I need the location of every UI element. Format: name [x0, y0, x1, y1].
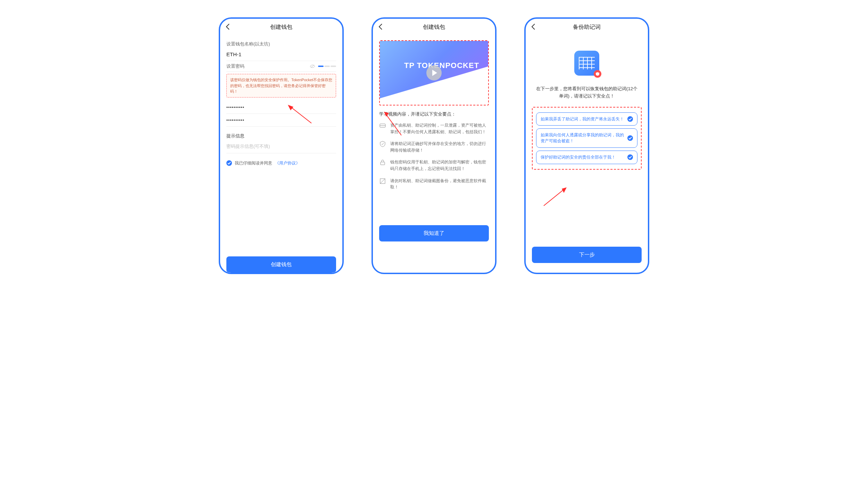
svg-line-7 [380, 179, 385, 184]
shield-check-icon [379, 141, 386, 147]
wallet-name-input[interactable]: ETH-1 [226, 50, 336, 61]
tokenpocket-logo: TP TOKENPOCKET [404, 61, 479, 70]
page-title: 备份助记词 [573, 24, 601, 31]
header: 创建钱包 [373, 19, 495, 35]
content: 在下一步里，您将看到可以恢复钱包的助记词(12个单词)，请谨记以下安全点！ 如果… [526, 35, 648, 273]
shield-icon [594, 70, 601, 78]
tips-title: 学习视频内容，并谨记以下安全要点： [379, 111, 489, 117]
lock-icon [379, 159, 386, 166]
phone-backup-mnemonic: 备份助记词 在下一步里，您将看到可以恢复钱包的助记词(12个单词)，请谨记以下安… [524, 17, 649, 274]
password-input[interactable]: •••••••••• [226, 101, 336, 114]
annotation-arrow-icon [543, 187, 567, 206]
password-section: 设置密码 [226, 61, 336, 72]
check-icon [627, 116, 633, 122]
back-button[interactable] [226, 24, 233, 31]
acknowledge-button[interactable]: 我知道了 [379, 225, 489, 241]
tutorial-video[interactable]: TP TOKENPOCKET [379, 40, 489, 105]
tip-text: 请将助记词正确抄写并保存在安全的地方，切勿进行网络传输或存储！ [390, 141, 489, 153]
screenshot-warning-icon [379, 178, 386, 185]
key-icon [379, 122, 386, 129]
eye-hidden-icon[interactable] [310, 64, 315, 68]
hint-input[interactable]: 密码提示信息(可不填) [226, 142, 336, 153]
tip-item: 请勿对私钥、助记词做截图备份，避免被恶意软件截取！ [379, 178, 489, 190]
agreement-row[interactable]: 我已仔细阅读并同意 《用户协议》 [226, 160, 336, 166]
create-wallet-button[interactable]: 创建钱包 [226, 256, 336, 273]
back-button[interactable] [531, 24, 538, 31]
password-strength-meter [310, 64, 336, 68]
tip-text: 钱包密码仅用于私钥、助记词的加密与解密，钱包密码只存储在手机上，忘记密码无法找回… [390, 159, 489, 172]
play-icon[interactable] [426, 65, 442, 80]
check-icon [627, 135, 633, 141]
confirm-item[interactable]: 如果我向任何人透露或分享我的助记词，我的资产可能会被盗！ [536, 128, 637, 148]
tip-item: 钱包密码仅用于私钥、助记词的加密与解密，钱包密码只存储在手机上，忘记密码无法找回… [379, 159, 489, 172]
mnemonic-grid-icon [574, 51, 599, 76]
phone-create-wallet-form: 创建钱包 设置钱包名称(以太坊) ETH-1 设置密码 该密码仅做为钱包的安全保… [219, 17, 344, 274]
password-label: 设置密码 [226, 63, 244, 69]
tip-text: 资产由私钥、助记词控制，一旦泄露，资产可被他人掌控！不要向任何人透露私钥、助记词… [390, 122, 489, 135]
intro-text: 在下一步里，您将看到可以恢复钱包的助记词(12个单词)，请谨记以下安全点！ [532, 85, 642, 100]
confirm-item[interactable]: 如果我弄丢了助记词，我的资产将永远丢失！ [536, 112, 637, 126]
svg-line-10 [544, 189, 564, 206]
agreement-text: 我已仔细阅读并同意 [235, 160, 272, 166]
tip-text: 请勿对私钥、助记词做截图备份，避免被恶意软件截取！ [390, 178, 489, 190]
phone-security-tips: 创建钱包 TP TOKENPOCKET 学习视频内容，并谨记以下安全要点： 资产… [372, 17, 496, 274]
wallet-name-label: 设置钱包名称(以太坊) [226, 41, 336, 47]
confirm-text: 保护好助记词的安全的责任全部在于我！ [541, 154, 616, 160]
next-step-button[interactable]: 下一步 [532, 247, 642, 263]
password-confirm-input[interactable]: •••••••••• [226, 114, 336, 127]
agreement-link[interactable]: 《用户协议》 [275, 160, 300, 166]
content: 设置钱包名称(以太坊) ETH-1 设置密码 该密码仅做为钱包的安全保护作用。T… [220, 35, 342, 248]
check-icon [627, 154, 633, 160]
confirm-item[interactable]: 保护好助记词的安全的责任全部在于我！ [536, 151, 637, 164]
confirm-text: 如果我弄丢了助记词，我的资产将永远丢失！ [541, 116, 624, 122]
page-title: 创建钱包 [423, 24, 445, 31]
confirmation-group: 如果我弄丢了助记词，我的资产将永远丢失！ 如果我向任何人透露或分享我的助记词，我… [532, 107, 642, 170]
confirm-text: 如果我向任何人透露或分享我的助记词，我的资产可能会被盗！ [541, 132, 624, 144]
password-warning-box: 该密码仅做为钱包的安全保护作用。TokenPocket不会保存您的密码，也无法帮… [226, 74, 336, 97]
tip-item: 请将助记词正确抄写并保存在安全的地方，切勿进行网络传输或存储！ [379, 141, 489, 153]
tip-item: 资产由私钥、助记词控制，一旦泄露，资产可被他人掌控！不要向任何人透露私钥、助记词… [379, 122, 489, 135]
svg-rect-5 [381, 162, 385, 165]
svg-marker-11 [562, 187, 567, 193]
agreement-checkbox[interactable] [226, 160, 232, 166]
header: 备份助记词 [526, 19, 648, 35]
header: 创建钱包 [220, 19, 342, 35]
back-button[interactable] [378, 24, 385, 31]
page-title: 创建钱包 [270, 24, 292, 31]
hint-label: 提示信息 [226, 133, 336, 139]
